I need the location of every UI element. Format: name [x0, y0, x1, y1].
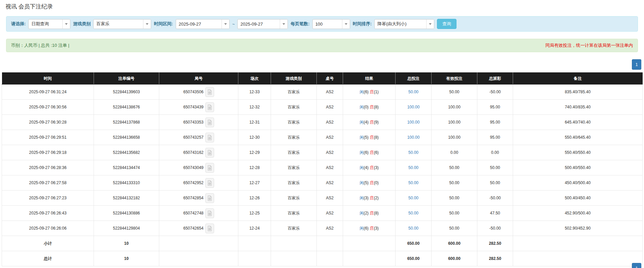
- result-player-label: 闲: [360, 105, 364, 109]
- video-replay-button[interactable]: [205, 133, 214, 142]
- subtotal-payout: 282.50: [477, 236, 513, 251]
- query-type-select[interactable]: 日期查询: [28, 19, 70, 29]
- video-replay-button[interactable]: [205, 208, 214, 218]
- cell-round-id: 650743439: [159, 100, 238, 115]
- cell-session: 12-33: [238, 85, 271, 100]
- pagination-page-1-top[interactable]: 1: [632, 59, 641, 70]
- video-replay-button[interactable]: [205, 163, 214, 173]
- cell-total-bet: 100.00: [396, 100, 432, 115]
- video-replay-button[interactable]: [205, 102, 214, 112]
- video-replay-button[interactable]: [205, 118, 214, 127]
- cell-session: 12-27: [238, 175, 271, 191]
- film-icon: [207, 180, 212, 186]
- cell-game-type: 百家乐: [271, 100, 317, 115]
- result-player-score: (4): [364, 165, 370, 170]
- table-row: 2025-09-27 06:29:51522844136658650743257…: [2, 130, 643, 145]
- video-replay-button[interactable]: [205, 193, 214, 203]
- cell-note: 452.90/500.40: [513, 206, 643, 221]
- chevron-down-icon[interactable]: [342, 20, 350, 29]
- result-banker-label: 庄: [370, 226, 374, 231]
- chevron-down-icon[interactable]: [222, 20, 229, 29]
- cell-time: 2025-09-27 06:26:43: [2, 206, 94, 221]
- total-bet-link[interactable]: 50.00: [408, 90, 418, 94]
- cell-total-bet: 50.00: [396, 206, 432, 221]
- result-banker-label: 庄: [370, 165, 374, 170]
- chevron-down-icon[interactable]: [426, 20, 434, 29]
- cell-time: 2025-09-27 06:30:28: [2, 115, 94, 130]
- result-banker-score: (1): [374, 90, 379, 94]
- total-result: [343, 251, 396, 266]
- result-banker-score: (9): [374, 120, 379, 125]
- search-button[interactable]: 查询: [437, 19, 456, 29]
- cell-total-bet: 50.00: [396, 221, 432, 236]
- cell-session: 12-30: [238, 130, 271, 145]
- cell-valid-bet: 100.00: [432, 100, 477, 115]
- total-bet-link[interactable]: 50.00: [408, 226, 418, 231]
- cell-round-id: 650742952: [159, 175, 238, 191]
- cell-round-id: 650743257: [159, 130, 238, 145]
- subtotal-game: [271, 236, 317, 251]
- video-replay-button[interactable]: [205, 178, 214, 188]
- total-bet-link[interactable]: 100.00: [407, 105, 420, 109]
- pagination-page-1-bottom[interactable]: 1: [632, 263, 641, 268]
- cell-valid-bet: 100.00: [432, 115, 477, 130]
- cell-result: 闲(0) 庄(8): [343, 100, 396, 115]
- cell-result: 闲(6) 庄(3): [343, 221, 396, 236]
- result-player-score: (0): [364, 105, 370, 109]
- date-to-select[interactable]: 2025-09-27: [237, 19, 288, 29]
- result-banker-score: (6): [374, 150, 379, 155]
- cell-bet-id: 522844130886: [94, 206, 159, 221]
- cell-note: 645.40/740.40: [513, 115, 643, 130]
- total-bet-link[interactable]: 50.00: [408, 196, 418, 200]
- date-from-select[interactable]: 2025-09-27: [176, 19, 230, 29]
- total-bet-link[interactable]: 50.00: [408, 150, 418, 155]
- page-title: 视讯 会员下注纪录: [5, 3, 53, 10]
- film-icon: [207, 226, 212, 231]
- total-bet-link[interactable]: 100.00: [407, 135, 420, 140]
- video-replay-button[interactable]: [205, 224, 214, 233]
- chevron-down-icon[interactable]: [62, 20, 70, 29]
- game-type-select[interactable]: 百家乐: [93, 19, 151, 29]
- result-player-label: 闲: [360, 90, 364, 94]
- result-player-score: (6): [364, 90, 370, 94]
- result-banker-score: (8): [374, 211, 379, 215]
- page-size-label: 每页笔数:: [291, 21, 309, 27]
- page-size-select[interactable]: 100: [312, 19, 350, 29]
- cell-table-no: AS2: [317, 145, 343, 160]
- total-session: [238, 251, 271, 266]
- cell-game-type: 百家乐: [271, 221, 317, 236]
- video-replay-button[interactable]: [205, 87, 214, 97]
- cell-table-no: AS2: [317, 206, 343, 221]
- video-replay-button[interactable]: [205, 148, 214, 158]
- cell-bet-id: 522844138676: [94, 100, 159, 115]
- result-player-score: (6): [364, 150, 370, 155]
- total-row: 总计10650.00600.00282.50: [2, 251, 643, 266]
- cell-table-no: AS2: [317, 85, 343, 100]
- round-id-text: 650743439: [183, 105, 203, 109]
- round-id-text: 650743506: [183, 90, 203, 94]
- chevron-down-icon[interactable]: [280, 20, 287, 29]
- table-row: 2025-09-27 06:26:43522844130886650742748…: [2, 206, 643, 221]
- result-banker-score: (3): [374, 165, 379, 170]
- total-bet-link[interactable]: 50.00: [408, 180, 418, 185]
- film-icon: [207, 104, 212, 110]
- total-bet-link[interactable]: 100.00: [407, 120, 420, 125]
- cell-bet-id: 522844134474: [94, 160, 159, 175]
- total-bet-link[interactable]: 50.00: [408, 211, 418, 215]
- date-to-value: 2025-09-27: [238, 20, 280, 29]
- chevron-down-icon[interactable]: [143, 20, 151, 29]
- cell-valid-bet: 50.00: [432, 160, 477, 175]
- records-table: 时间注单编号局号场次游戏类别桌号结果总投注有效投注总派彩备注 2025-09-2…: [2, 72, 643, 266]
- cell-result: 闲(6) 庄(1): [343, 85, 396, 100]
- cell-payout: 95.00: [477, 115, 513, 130]
- cell-total-bet: 100.00: [396, 115, 432, 130]
- cell-valid-bet: 100.00: [432, 130, 477, 145]
- result-banker-score: (0): [374, 180, 379, 185]
- cell-note: 835.40/785.40: [513, 85, 643, 100]
- column-header-1: 注单编号: [94, 73, 159, 85]
- total-bet-link[interactable]: 50.00: [408, 165, 418, 170]
- page-size-value: 100: [313, 20, 342, 29]
- sort-select[interactable]: 降幂(由大到小): [374, 19, 434, 29]
- cell-total-bet: 50.00: [396, 160, 432, 175]
- result-player-score: (3): [364, 196, 370, 200]
